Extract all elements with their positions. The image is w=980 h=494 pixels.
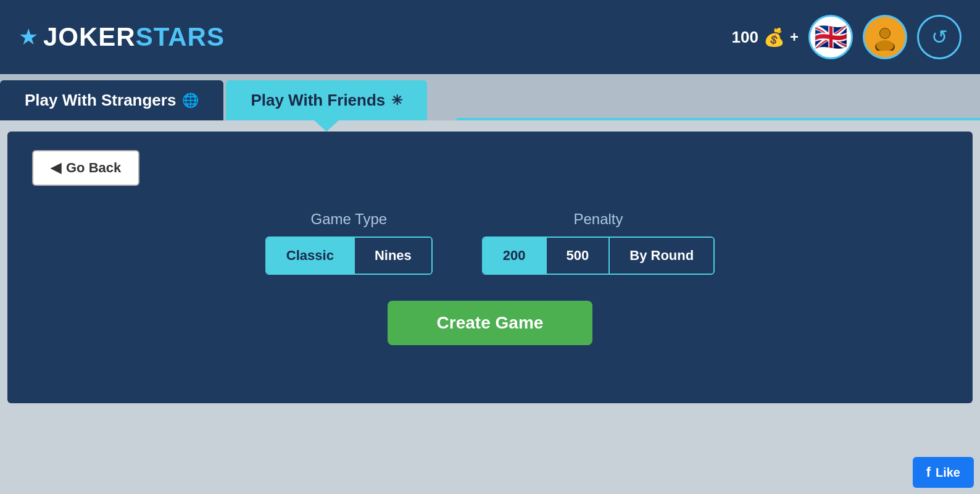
game-type-group: Game Type Classic Nines (265, 211, 433, 275)
penalty-label: Penalty (573, 211, 623, 228)
tab-underline (457, 118, 980, 120)
logo-text: JOKERSTARS (43, 22, 225, 52)
facebook-like-button[interactable]: f Like (913, 457, 974, 488)
penalty-200[interactable]: 200 (483, 238, 547, 274)
game-type-options: Classic Nines (265, 237, 433, 275)
globe-icon: 🌐 (182, 93, 199, 109)
form-area: Game Type Classic Nines Penalty 200 500 … (32, 211, 948, 345)
penalty-by-round[interactable]: By Round (610, 238, 713, 274)
friends-icon: ✳ (391, 93, 402, 109)
game-type-classic[interactable]: Classic (267, 238, 355, 274)
logo-joker: JOKER (43, 22, 136, 51)
language-flag[interactable]: 🇬🇧 (808, 15, 853, 59)
coins-value: 100 (732, 28, 758, 47)
avatar[interactable] (863, 15, 907, 59)
plus-icon: + (790, 28, 799, 46)
coins-display: 100 💰 + (732, 27, 799, 48)
tabs-bar: Play With Strangers 🌐 Play With Friends … (0, 74, 980, 120)
game-type-label: Game Type (311, 211, 388, 228)
svg-point-2 (880, 28, 890, 38)
logo-star-icon: ★ (19, 26, 38, 48)
go-back-button[interactable]: ◀ Go Back (32, 150, 139, 186)
form-row: Game Type Classic Nines Penalty 200 500 … (265, 211, 715, 275)
create-game-button[interactable]: Create Game (388, 301, 593, 345)
penalty-options: 200 500 By Round (482, 237, 715, 275)
header: ★ JOKERSTARS 100 💰 + 🇬🇧 ↺ (0, 0, 980, 74)
footer: f Like (913, 457, 974, 488)
flag-emoji: 🇬🇧 (814, 23, 848, 51)
refresh-button[interactable]: ↺ (917, 15, 961, 59)
tab-strangers[interactable]: Play With Strangers 🌐 (0, 80, 223, 120)
fb-icon: f (926, 464, 931, 480)
create-game-label: Create Game (437, 313, 544, 332)
main-content: ◀ Go Back Game Type Classic Nines Penalt… (7, 132, 973, 403)
fb-like-label: Like (936, 466, 960, 480)
back-arrow-icon: ◀ (51, 160, 61, 176)
logo-stars: STARS (136, 22, 225, 51)
refresh-icon: ↺ (931, 25, 948, 49)
tab-strangers-label: Play With Strangers (25, 91, 176, 110)
logo: ★ JOKERSTARS (19, 22, 225, 52)
penalty-500[interactable]: 500 (547, 238, 610, 274)
tab-friends-label: Play With Friends (251, 91, 385, 110)
header-right: 100 💰 + 🇬🇧 ↺ (732, 15, 961, 59)
coins-icon: 💰 (763, 27, 785, 48)
tab-friends[interactable]: Play With Friends ✳ (226, 80, 427, 120)
go-back-label: Go Back (66, 160, 121, 176)
svg-point-3 (876, 40, 894, 51)
penalty-group: Penalty 200 500 By Round (482, 211, 715, 275)
avatar-icon (871, 23, 899, 51)
game-type-nines[interactable]: Nines (355, 238, 431, 274)
